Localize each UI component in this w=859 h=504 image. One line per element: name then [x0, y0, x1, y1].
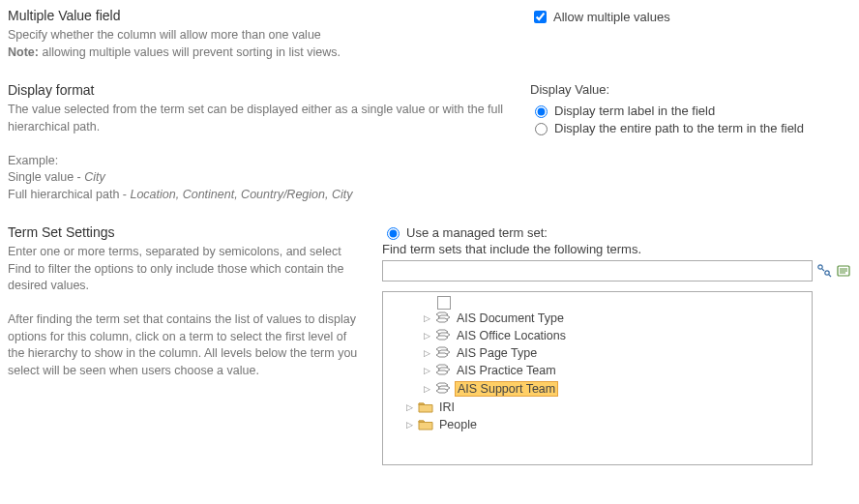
- desc-text: Specify whether the column will allow mo…: [8, 28, 321, 42]
- termset-icon: [435, 329, 451, 342]
- termset-icon: [435, 311, 451, 325]
- desc-term-set: Enter one or more terms, separated by se…: [8, 244, 363, 379]
- tree-node[interactable]: ▷AIS Office Locations: [383, 327, 812, 344]
- tree-node[interactable]: ▷People: [383, 416, 812, 433]
- expander-icon[interactable]: ▷: [422, 331, 431, 341]
- termset-icon: [435, 364, 451, 377]
- tree-node[interactable]: ▷AIS Support Team: [383, 379, 812, 399]
- radio-term-label[interactable]: [535, 105, 548, 118]
- tree-node[interactable]: ▷IRI: [383, 399, 812, 416]
- desc-term-set-1: Enter one or more terms, separated by se…: [8, 245, 343, 292]
- search-label: Find term sets that include the followin…: [382, 242, 641, 256]
- find-icon[interactable]: [816, 263, 832, 279]
- section-multiple-value: Multiple Value field Specify whether the…: [8, 8, 851, 61]
- expander-icon[interactable]: ▷: [422, 366, 431, 375]
- section-display-format: Display format The value selected from t…: [8, 82, 851, 203]
- note-text: allowing multiple values will prevent so…: [39, 45, 341, 59]
- reset-icon[interactable]: [836, 263, 851, 279]
- radio-managed-term-set-text: Use a managed term set:: [406, 225, 548, 240]
- radio-term-label-text: Display term label in the field: [554, 104, 715, 118]
- svg-line-3: [829, 275, 831, 277]
- section-display-format-left: Display format The value selected from t…: [8, 82, 530, 203]
- folder-icon: [418, 418, 433, 431]
- expander-icon[interactable]: ▷: [422, 384, 431, 394]
- tree-node-label[interactable]: AIS Page Type: [455, 346, 539, 360]
- tree-node-label[interactable]: AIS Office Locations: [455, 329, 568, 342]
- radio-full-path-row[interactable]: Display the entire path to the term in t…: [530, 120, 851, 135]
- note-label: Note:: [8, 45, 39, 59]
- folder-icon: [418, 400, 433, 414]
- svg-line-1: [822, 269, 824, 271]
- heading-multiple-value: Multiple Value field: [8, 8, 511, 23]
- section-term-set: Term Set Settings Enter one or more term…: [8, 224, 851, 465]
- desc-display-text: The value selected from the term set can…: [8, 103, 503, 133]
- allow-multiple-checkbox-label[interactable]: Allow multiple values: [530, 8, 670, 26]
- tree-node[interactable]: ▷AIS Document Type: [383, 310, 812, 327]
- tree-node[interactable]: ▷AIS Practice Team: [383, 362, 812, 379]
- search-row: [382, 260, 851, 282]
- tree-node-label[interactable]: AIS Document Type: [455, 311, 566, 325]
- termset-icon: [435, 346, 451, 360]
- termset-icon: [435, 382, 451, 396]
- radio-full-path-text: Display the entire path to the term in t…: [554, 121, 804, 135]
- section-multiple-value-right: Allow multiple values: [530, 8, 851, 61]
- desc-term-set-2: After finding the term set that contains…: [8, 312, 357, 377]
- expander-icon[interactable]: ▷: [422, 348, 431, 358]
- radio-managed-term-set-row[interactable]: Use a managed term set:: [382, 224, 851, 240]
- full-prefix: Full hierarchical path -: [8, 188, 130, 201]
- expander-icon[interactable]: ▷: [404, 402, 414, 412]
- section-multiple-value-left: Multiple Value field Specify whether the…: [8, 8, 530, 61]
- radio-managed-term-set[interactable]: [387, 227, 400, 240]
- svg-point-2: [825, 271, 829, 275]
- full-italic: Location, Continent, Country/Region, Cit…: [130, 188, 352, 201]
- tree-node[interactable]: ▷AIS Page Type: [383, 344, 812, 362]
- svg-point-0: [818, 265, 822, 269]
- radio-full-path[interactable]: [535, 123, 548, 135]
- single-italic: City: [84, 170, 105, 184]
- section-term-set-left: Term Set Settings Enter one or more term…: [8, 224, 382, 465]
- section-display-format-right: Display Value: Display term label in the…: [530, 82, 851, 203]
- heading-term-set: Term Set Settings: [8, 224, 363, 240]
- expander-icon[interactable]: ▷: [422, 313, 431, 323]
- expander-icon[interactable]: ▷: [404, 420, 414, 430]
- section-term-set-right: Use a managed term set: Find term sets t…: [382, 224, 851, 465]
- term-search-input[interactable]: [382, 260, 813, 282]
- display-value-radio-group: Display term label in the field Display …: [530, 103, 851, 135]
- allow-multiple-checkbox[interactable]: [534, 11, 547, 23]
- example-label: Example:: [8, 154, 58, 167]
- tree-node-partial: [383, 296, 812, 310]
- display-value-label: Display Value:: [530, 82, 851, 97]
- tree-node-label[interactable]: IRI: [437, 400, 457, 414]
- radio-term-label-row[interactable]: Display term label in the field: [530, 103, 851, 118]
- tree-node-label[interactable]: People: [437, 418, 479, 431]
- allow-multiple-text: Allow multiple values: [553, 10, 670, 24]
- desc-multiple-value: Specify whether the column will allow mo…: [8, 27, 511, 61]
- heading-display-format: Display format: [8, 82, 511, 98]
- tree-node-label[interactable]: AIS Support Team: [455, 381, 558, 397]
- desc-display-format: The value selected from the term set can…: [8, 102, 511, 203]
- tree-node-label[interactable]: AIS Practice Team: [455, 364, 558, 377]
- single-prefix: Single value -: [8, 170, 84, 184]
- term-tree[interactable]: ▷AIS Document Type▷AIS Office Locations▷…: [382, 291, 813, 465]
